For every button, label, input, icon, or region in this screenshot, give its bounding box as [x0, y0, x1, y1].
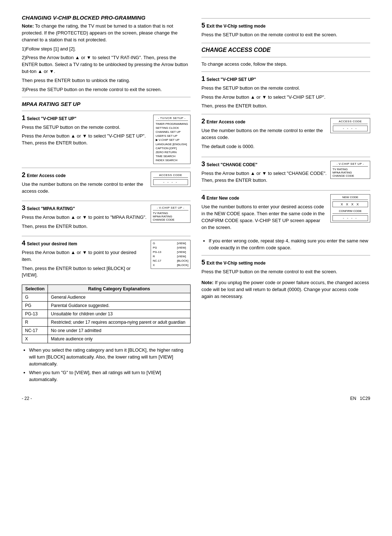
ca-new-code-title: NEW CODE — [332, 196, 368, 200]
step4-labels: GPGPG-13RNC-17X — [153, 241, 161, 267]
note-text: To change the rating, the TV must be tur… — [22, 23, 177, 42]
right-step5-top-number: 5 — [201, 22, 205, 29]
mpaa-step1-heading: Select "V-CHIP SET UP" — [27, 116, 77, 121]
box-mpaa-rating: MPAA RATING — [153, 215, 188, 218]
ca-step4: 4 Enter New code Use the number buttons … — [201, 194, 370, 233]
divider-ca-step5 — [201, 255, 370, 255]
right-column: 5 Exit the V-Chip setting mode Press the… — [201, 15, 370, 385]
right-step5-top-header: 5 Exit the V-Chip setting mode — [201, 22, 370, 30]
mpaa-step2: 2 Enter Access code Use the number butto… — [22, 172, 191, 197]
box-item-channel: CHANNEL SET UP — [156, 130, 188, 134]
mpaa-step2-box-title: ACCESS CODE — [153, 173, 188, 178]
mpaa-step3-heading: Select "MPAA RATING" — [27, 206, 75, 211]
divider-right-top — [201, 18, 370, 19]
divider-1 — [22, 97, 191, 97]
box-change-code-l: CHANGE CODE — [153, 218, 188, 221]
divider-ca-1 — [201, 57, 370, 57]
table-cell-pg13: PG-13 — [22, 310, 48, 318]
footer-lang: EN — [350, 396, 356, 401]
ca-step3-header: 3 Select "CHANGE CODE" — [201, 161, 327, 169]
table-row: R Restricted; under 17 requires accompa-… — [22, 318, 191, 327]
mpaa-step1-number: 1 — [22, 115, 25, 121]
bullet-1: When you select the rating category and … — [29, 347, 191, 368]
mpaa-step1-text: 1 Select "V-CHIP SET UP" Press the SETUP… — [22, 115, 150, 149]
ca-step2-text: 2 Enter Access code Use the number butto… — [201, 118, 327, 152]
table-row: NC-17 No one under 17 admitted — [22, 327, 191, 335]
mpaa-step1-inner: 1 Select "V-CHIP SET UP" Press the SETUP… — [22, 115, 191, 164]
mpaa-step1-p2: Press the Arrow button ▲ or ▼ to select … — [22, 133, 150, 147]
mpaa-step2-box: ACCESS CODE - - - - — [151, 172, 191, 187]
ca-step1: 1 Select "V-CHIP SET UP" Press the SETUP… — [201, 75, 370, 110]
mpaa-step3-number: 3 — [22, 205, 25, 211]
mpaa-step1: 1 Select "V-CHIP SET UP" Press the SETUP… — [22, 115, 191, 164]
table-cell-r: R — [22, 318, 48, 327]
mpaa-step3-inner: 3 Select "MPAA RATING" Press the Arrow b… — [22, 205, 191, 232]
ca-bullet-1: If you enter wrong code, repeat step 4, … — [209, 238, 370, 251]
ca-step1-p3: Then, press the ENTER button. — [201, 103, 370, 110]
box-item-clock: SETTING CLOCK — [156, 126, 188, 130]
ca-step2-box-title: ACCESS CODE — [333, 120, 368, 124]
page-footer: - 22 - EN 1C29 — [22, 396, 370, 401]
table-cell-r-desc: Restricted; under 17 requires accompa-ny… — [48, 318, 191, 327]
mpaa-step2-text: 2 Enter Access code Use the number butto… — [22, 172, 147, 197]
divider-step2 — [22, 168, 191, 168]
section-changing-title: CHANGING V-CHIP BLOCKED PRO-GRAMMING — [22, 15, 191, 21]
ca-step4-p1: Use the number buttons to enter your des… — [201, 204, 327, 231]
divider-change-access — [201, 43, 370, 43]
changing-step-2: 2)Press the Arrow button ▲ or ▼ to selec… — [22, 54, 191, 75]
table-cell-x: X — [22, 335, 48, 343]
ca-step4-number: 4 — [201, 194, 205, 201]
ca-note-label: Note: — [201, 280, 213, 285]
ca-step5: 5 Exit the V-Chip setting mode Press the… — [201, 259, 370, 275]
right-step5-top-heading: Exit the V-Chip setting mode — [207, 24, 266, 29]
mpaa-step1-box: - TV/VCR SETUP - TIMER PROGRAMMING SETTI… — [153, 115, 191, 164]
ca-step4-heading: Enter New code — [207, 196, 239, 201]
table-cell-pg: PG — [22, 302, 48, 310]
mpaa-step2-number: 2 — [22, 172, 25, 178]
mpaa-step1-box-title: - TV/VCR SETUP - — [156, 116, 188, 121]
ca-step3-text: 3 Select "CHANGE CODE" Press the Arrow b… — [201, 161, 327, 186]
table-cell-nc17-desc: No one under 17 admitted — [48, 327, 191, 335]
rating-table: Selection Rating Category Explanations G… — [22, 285, 191, 343]
ca-step3-box-title: - V-CHIP SET UP - — [332, 162, 368, 167]
table-header-explanation: Rating Category Explanations — [48, 285, 191, 293]
ca-box-tv-rating: TV RATING — [332, 168, 368, 171]
changing-step-3: 3)Press the SETUP button on the remote c… — [22, 86, 191, 93]
mpaa-step3-p2: Then, press the ENTER button. — [22, 223, 147, 230]
box-item-timer: TIMER PROGRAMMING — [156, 122, 188, 126]
mpaa-step2-p1: Use the number buttons on the remote con… — [22, 181, 147, 195]
step4-values: [VIEW][VIEW][VIEW][VIEW][BLOCK][BLOCK] — [177, 241, 188, 267]
ca-step2: 2 Enter Access code Use the number butto… — [201, 118, 370, 152]
table-row: X Mature audience only — [22, 335, 191, 343]
box-item-caption: CAPTION [OFF] — [156, 146, 188, 150]
footer-page: - 22 - — [22, 396, 32, 401]
mpaa-step4-box: GPGPG-13RNC-17X [VIEW][VIEW][VIEW][VIEW]… — [151, 240, 191, 269]
ca-step5-number: 5 — [201, 259, 205, 266]
changing-note: Note: To change the rating, the TV must … — [22, 23, 191, 44]
mpaa-step2-code: - - - - — [153, 179, 188, 185]
step4-ratings: GPGPG-13RNC-17X [VIEW][VIEW][VIEW][VIEW]… — [153, 241, 188, 267]
divider-step4 — [22, 236, 191, 236]
mpaa-step3-p1: Press the Arrow button ▲ or ▼ to point t… — [22, 214, 147, 221]
mpaa-step3-box: - V-CHIP SET UP - TV RATING MPAA RATING … — [151, 205, 191, 223]
table-cell-g-desc: General Audience — [48, 293, 191, 302]
ca-step2-heading: Enter Access code — [207, 119, 245, 124]
box-item-time: TIME SEARCH — [156, 154, 188, 158]
ca-step1-p1: Press the SETUP button on the remote con… — [201, 85, 370, 92]
note-label: Note: — [22, 23, 34, 29]
box-item-lang: LANGUAGE [ENGLISH] — [156, 142, 188, 146]
ca-step2-number: 2 — [201, 118, 205, 124]
mpaa-step2-heading: Enter Access code — [27, 173, 66, 178]
mpaa-step4-inner: 4 Select your desired item Press the Arr… — [22, 240, 191, 281]
section-change-access: CHANGE ACCESS CODE To change access code… — [201, 47, 370, 300]
mpaa-bullets: When you select the rating category and … — [29, 347, 191, 383]
table-header-selection: Selection — [22, 285, 48, 293]
ca-step3-p1: Press the Arrow button ▲ or ▼ to select … — [201, 170, 327, 184]
ca-step1-number: 1 — [201, 75, 205, 82]
mpaa-step2-inner: 2 Enter Access code Use the number butto… — [22, 172, 191, 197]
bullet-2: When you turn "G" to [VIEW], then all ra… — [29, 369, 191, 383]
ca-box-mpaa-rating: MPAA RATING — [332, 171, 368, 174]
ca-step1-header: 1 Select "V-CHIP SET UP" — [201, 75, 370, 83]
mpaa-step3-box-title: - V-CHIP SET UP - — [153, 206, 188, 210]
ca-step4-inner: 4 Enter New code Use the number buttons … — [201, 194, 370, 233]
